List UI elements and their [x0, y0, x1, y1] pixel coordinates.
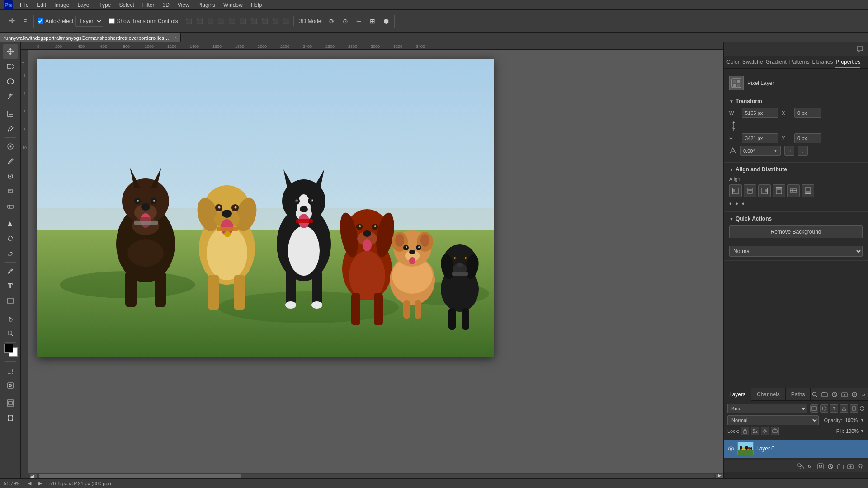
fx-icon[interactable]: fx [860, 390, 868, 399]
align-more-btn[interactable]: ⬛ [249, 16, 259, 26]
menu-file[interactable]: File [16, 1, 32, 9]
healing-tool[interactable] [3, 139, 18, 154]
align-right-edge-btn[interactable] [758, 184, 771, 197]
align-header[interactable]: ▼ Align and Distribute [729, 166, 863, 173]
crop-tool[interactable] [3, 107, 18, 121]
magic-wand-tool[interactable] [3, 89, 18, 103]
3d-slide-btn[interactable]: ⊞ [366, 15, 379, 28]
align-left-edge-btn[interactable] [729, 184, 742, 197]
layer-style-icon[interactable]: fx [807, 462, 815, 470]
artboard-tool-button[interactable]: ⊟ [19, 15, 32, 28]
auto-select-checkbox[interactable] [38, 18, 43, 24]
layer-blend-dropdown[interactable]: Normal [727, 415, 819, 425]
3d-pan-btn[interactable]: ✛ [353, 15, 365, 28]
tab-swatch[interactable]: Swatche [742, 57, 763, 68]
fill-dropdown-btn[interactable]: ▼ [860, 429, 864, 433]
align-top-edge-btn[interactable] [773, 184, 785, 197]
menu-type[interactable]: Type [95, 1, 114, 9]
align-top-btn[interactable]: ⬛ [217, 16, 226, 26]
opacity-dropdown-btn[interactable]: ▼ [860, 418, 864, 422]
blend-mode-dropdown[interactable]: Normal Multiply Screen Overlay [729, 246, 863, 257]
tab-gradient[interactable]: Gradient [766, 57, 787, 68]
new-layer-bottom-icon[interactable] [846, 462, 854, 470]
align-left-btn[interactable]: ⬛ [184, 16, 194, 26]
shape-filter-icon[interactable] [840, 404, 848, 413]
h-scroll-right[interactable]: ▶ [716, 474, 723, 478]
canvas-area[interactable]: 0 200 400 600 800 1000 1200 1400 1600 18… [21, 42, 723, 478]
menu-window[interactable]: Window [220, 1, 246, 9]
new-group-icon[interactable] [821, 390, 829, 399]
angle-input[interactable]: 0.00° ▼ [740, 146, 781, 156]
move-tool[interactable] [3, 44, 18, 59]
foreground-color[interactable] [4, 344, 13, 353]
3d-orbit-btn[interactable]: ⊙ [339, 15, 352, 28]
comments-icon[interactable] [855, 45, 864, 54]
h-scroll-left[interactable]: ◀ [30, 474, 37, 478]
transform-tool[interactable] [3, 411, 18, 425]
new-layer-icon[interactable] [840, 390, 849, 399]
lock-image-btn[interactable] [751, 427, 759, 435]
hand-tool[interactable] [3, 311, 18, 326]
menu-image[interactable]: Image [51, 1, 73, 9]
nav-arrow-left[interactable]: ◀ [28, 480, 31, 486]
zoom-tool[interactable] [3, 326, 18, 341]
pixel-filter-icon[interactable] [810, 404, 818, 413]
menu-select[interactable]: Select [115, 1, 137, 9]
dodge-tool[interactable] [3, 246, 18, 261]
layer-item-0[interactable]: Layer 0 [724, 440, 868, 458]
align-centers-h-btn[interactable] [744, 184, 756, 197]
height-input[interactable] [742, 133, 778, 143]
search-layers-icon[interactable] [811, 390, 819, 399]
align-center-v-btn[interactable]: ⬛ [227, 16, 237, 26]
blur-tool[interactable] [3, 231, 18, 246]
y-input[interactable] [794, 133, 821, 143]
eraser-tool[interactable] [3, 199, 18, 213]
channels-tab[interactable]: Channels [751, 388, 786, 401]
x-input[interactable] [794, 108, 821, 118]
menu-filter[interactable]: Filter [139, 1, 158, 9]
width-input[interactable] [742, 108, 778, 118]
adjustment-filter-icon[interactable] [820, 404, 828, 413]
clone-tool[interactable] [3, 169, 18, 183]
extras-btn[interactable]: ... [398, 15, 411, 28]
align-bottom-btn[interactable]: ⬛ [238, 16, 248, 26]
menu-layer[interactable]: Layer [74, 1, 94, 9]
lock-position-btn[interactable] [761, 427, 769, 435]
eyedropper-tool[interactable] [3, 122, 18, 136]
distribute3-btn[interactable]: ⬛ [282, 16, 292, 26]
menu-plugins[interactable]: Plugins [194, 1, 219, 9]
3d-scale-btn[interactable]: ⬢ [380, 15, 392, 28]
menu-view[interactable]: View [174, 1, 193, 9]
text-tool[interactable]: T [3, 279, 18, 293]
lock-artboard-btn[interactable] [771, 427, 779, 435]
history-brush-tool[interactable] [3, 184, 18, 198]
frame-tool[interactable] [3, 396, 18, 410]
quick-mask-btn[interactable] [3, 378, 18, 393]
brush-tool[interactable] [3, 154, 18, 169]
tab-close-button[interactable]: × [174, 35, 177, 40]
circle-filter-btn[interactable] [860, 406, 864, 411]
fill-tool[interactable] [3, 216, 18, 231]
h-scroll-track[interactable] [39, 474, 714, 478]
flip-h-btn[interactable]: ↔ [784, 146, 794, 156]
paths-tab[interactable]: Paths [786, 388, 811, 401]
tab-patterns[interactable]: Patterns [789, 57, 810, 68]
smart-filter-icon[interactable] [850, 404, 858, 413]
show-transform-checkbox[interactable] [109, 18, 115, 24]
more-actions-btn[interactable]: • • • [729, 200, 745, 207]
align-bottom-edge-btn[interactable] [802, 184, 814, 197]
flip-v-btn[interactable]: ↕ [798, 146, 808, 156]
menu-edit[interactable]: Edit [33, 1, 50, 9]
type-filter-icon[interactable]: T [830, 404, 838, 413]
screen-mode-btn[interactable]: ⬚ [3, 363, 18, 378]
adjustment-layer-icon[interactable] [826, 462, 835, 470]
layers-tab[interactable]: Layers [724, 388, 751, 401]
new-adjustment-icon[interactable] [830, 390, 839, 399]
rect-select-tool[interactable] [3, 59, 18, 74]
lock-transparent-btn[interactable] [741, 427, 749, 435]
delete-layer-icon[interactable] [856, 462, 864, 470]
lasso-tool[interactable] [3, 74, 18, 89]
h-scrollbar[interactable]: ◀ ▶ [28, 473, 723, 478]
menu-3d[interactable]: 3D [159, 1, 173, 9]
align-center-h-btn[interactable]: ⬛ [195, 16, 205, 26]
